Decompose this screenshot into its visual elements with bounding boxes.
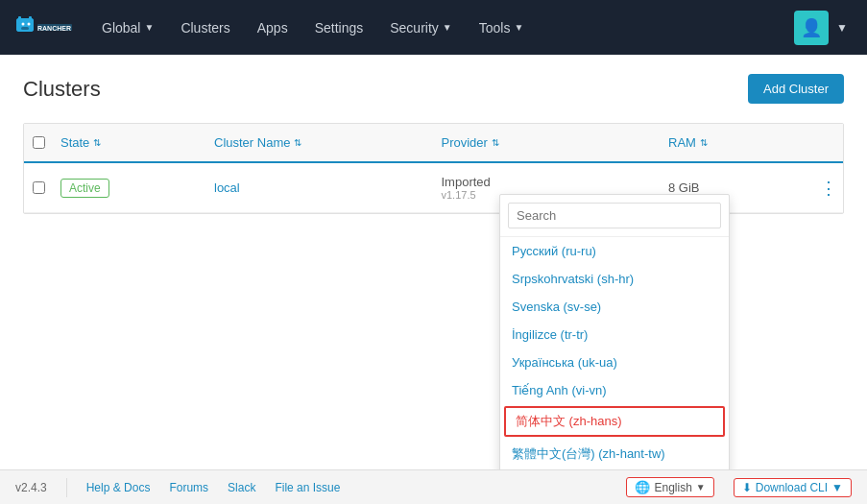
state-sort-icon: ⇅ (93, 137, 101, 148)
row-checkbox[interactable] (33, 181, 45, 194)
logo[interactable]: RANCHER (12, 9, 79, 47)
footer-slack[interactable]: Slack (228, 481, 255, 494)
nav-settings[interactable]: Settings (301, 0, 377, 55)
footer-help-docs[interactable]: Help & Docs (86, 481, 151, 494)
language-chevron-icon: ▼ (696, 482, 706, 492)
dropdown-item[interactable]: Українська (uk-ua) (500, 348, 729, 376)
dropdown-search-input[interactable] (508, 203, 721, 228)
row-cluster-name: local (206, 177, 434, 199)
dropdown-search-container (500, 195, 729, 237)
nav-global[interactable]: Global ▼ (88, 0, 167, 55)
dropdown-item[interactable]: Русский (ru-ru) (500, 237, 729, 265)
row-checkbox-cell (24, 178, 53, 198)
th-state[interactable]: State ⇅ (53, 132, 206, 154)
download-icon: ⬇ (742, 481, 752, 494)
navbar: RANCHER Global ▼ Clusters Apps Settings … (0, 0, 867, 55)
language-label: English (654, 481, 691, 494)
globe-icon: 🌐 (635, 480, 650, 494)
footer-forums[interactable]: Forums (169, 481, 208, 494)
download-cli-button[interactable]: ⬇ Download CLI ▼ (734, 478, 852, 497)
tools-chevron-icon: ▼ (514, 22, 523, 33)
svg-point-8 (28, 22, 31, 25)
footer: v2.4.3 Help & Docs Forums Slack File an … (0, 469, 867, 504)
dropdown-item[interactable]: Srpskohrvatski (sh-hr) (500, 265, 729, 293)
dropdown-list: Русский (ru-ru)Srpskohrvatski (sh-hr)Sve… (500, 237, 729, 469)
ram-sort-icon: ⇅ (700, 137, 708, 148)
dropdown-item[interactable]: Svenska (sv-se) (500, 293, 729, 321)
svg-rect-6 (31, 20, 34, 24)
select-all-checkbox[interactable] (33, 136, 45, 149)
svg-rect-5 (16, 20, 19, 24)
th-provider[interactable]: Provider ⇅ (434, 132, 662, 154)
download-cli-chevron-icon: ▼ (831, 481, 843, 494)
provider-sort-icon: ⇅ (492, 137, 499, 148)
cluster-name-sort-icon: ⇅ (294, 137, 301, 148)
language-selector-button[interactable]: 🌐 English ▼ (626, 477, 713, 497)
add-cluster-button[interactable]: Add Cluster (748, 74, 844, 104)
security-chevron-icon: ▼ (443, 22, 452, 33)
nav-tools[interactable]: Tools ▼ (466, 0, 538, 55)
language-dropdown: Русский (ru-ru)Srpskohrvatski (sh-hr)Sve… (499, 194, 730, 469)
dropdown-item[interactable]: 繁體中文(台灣) (zh-hant-tw) (500, 439, 729, 469)
user-icon: 👤 (801, 17, 822, 38)
dropdown-item[interactable]: 简体中文 (zh-hans) (504, 406, 725, 437)
global-chevron-icon: ▼ (144, 22, 154, 33)
download-cli-label: Download CLI (756, 481, 828, 494)
user-menu-dropdown[interactable]: ▼ (829, 0, 855, 55)
nav-security[interactable]: Security ▼ (376, 0, 465, 55)
svg-point-7 (22, 22, 25, 25)
header-checkbox-cell (24, 132, 53, 154)
cluster-name-link[interactable]: local (214, 180, 240, 195)
th-actions (814, 132, 843, 154)
user-avatar[interactable]: 👤 (794, 11, 829, 45)
page-title: Clusters (23, 77, 101, 102)
page-header: Clusters Add Cluster (23, 74, 844, 104)
row-state: Active (53, 175, 206, 202)
row-more-button[interactable]: ⋮ (814, 174, 843, 203)
nav-apps[interactable]: Apps (244, 0, 301, 55)
table-header: State ⇅ Cluster Name ⇅ Provider ⇅ RAM ⇅ (24, 124, 843, 163)
dropdown-item[interactable]: Tiếng Anh (vi-vn) (500, 376, 729, 404)
main-content: Clusters Add Cluster State ⇅ Cluster Nam… (0, 55, 867, 469)
dropdown-item[interactable]: İngilizce (tr-tr) (500, 321, 729, 348)
svg-text:RANCHER: RANCHER (37, 25, 71, 32)
nav-clusters[interactable]: Clusters (167, 0, 243, 55)
th-cluster-name[interactable]: Cluster Name ⇅ (206, 132, 434, 154)
svg-rect-9 (21, 27, 29, 30)
th-ram[interactable]: RAM ⇅ (661, 132, 814, 154)
user-menu-chevron-icon: ▼ (836, 21, 848, 35)
status-badge: Active (60, 179, 109, 198)
footer-file-issue[interactable]: File an Issue (275, 481, 340, 494)
footer-divider-1 (66, 478, 67, 497)
footer-version: v2.4.3 (15, 481, 47, 494)
